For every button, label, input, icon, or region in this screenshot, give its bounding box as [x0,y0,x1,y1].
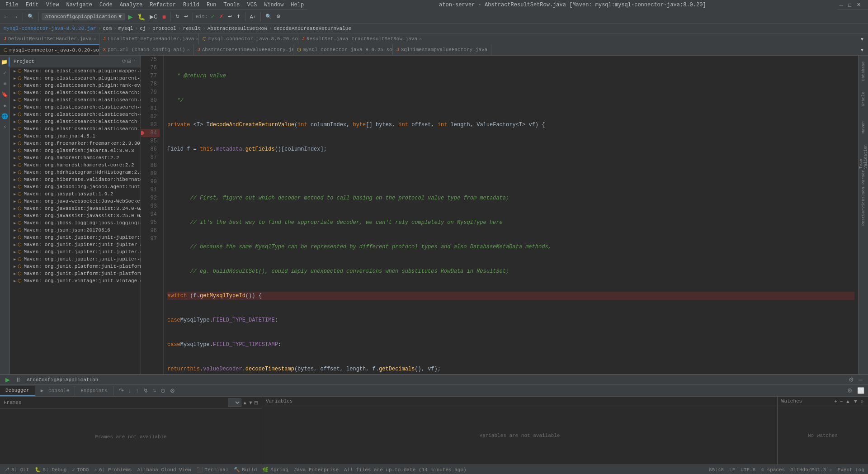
debug-panel-maximize-button[interactable]: ⬜ [855,386,866,395]
debug-pause-button[interactable]: ⏸ [14,375,23,384]
debug-button[interactable]: 🐛 [136,12,147,21]
menu-refactor[interactable]: Refactor [146,1,179,9]
tab-ResultSet[interactable]: J ResultSet.java [298,33,352,44]
right-icon-database[interactable]: Database [859,57,868,85]
status-terminal[interactable]: ⬛ Terminal [197,467,229,473]
sidebar-item-14[interactable]: ▶ ⬡ Maven: org.hdrhistogram:HdrHistogram… [10,169,141,176]
minimize-button[interactable]: ─ [838,1,845,9]
bc-result[interactable]: result [183,26,201,31]
status-spring[interactable]: 🌿 Spring [262,467,288,473]
bc-protocol[interactable]: protocol [152,26,176,31]
web-icon[interactable]: 🌐 [0,112,9,121]
plugins-icon[interactable]: ⚡ [0,123,9,132]
bc-class[interactable]: AbstractResultSetRow [208,26,267,31]
favorites-icon[interactable]: ★ [0,101,9,110]
git-undo-button[interactable]: ↩ [226,13,234,20]
update-button[interactable]: ↻ [174,13,181,20]
sidebar-item-22[interactable]: ▶ ⬡ Maven: org.json:json:20170516 [10,227,141,234]
status-git-branch[interactable]: GitHdb/F41.3 ☆ [790,467,832,473]
status-lf[interactable]: LF [729,467,735,473]
menu-edit[interactable]: Edit [22,1,42,9]
structure-icon[interactable]: ≡ [0,79,9,88]
status-debug[interactable]: 🐛 5: Debug [35,467,67,473]
debug-resume-button[interactable]: ▶ [4,375,12,384]
sidebar-item-7[interactable]: ▶ ⬡ Maven: org.elasticsearch:elasticsear… [10,118,141,125]
debug-settings-button[interactable]: ⚙ [847,375,856,384]
frames-down-button[interactable]: ▼ [248,400,253,405]
tab-console[interactable]: ▶ Console [35,386,75,395]
forward-button[interactable]: → [11,13,20,20]
menu-help[interactable]: Help [287,1,307,9]
status-alibaba[interactable]: Alibaba Cloud View [137,467,191,473]
sidebar-item-17[interactable]: ▶ ⬡ Maven: org.jasypt:jasypt:1.9.2 [10,190,141,198]
debug-evaluate-button[interactable]: ≈ [151,386,158,395]
sidebar-item-5[interactable]: ▶ ⬡ Maven: org.elasticsearch:elasticsear… [10,104,141,111]
frames-filter-button[interactable]: ⊟ [254,400,258,406]
search-button[interactable]: 🔍 [264,13,274,20]
settings-button[interactable]: ⚙ [274,13,283,20]
rollback-button[interactable]: ↩ [182,13,190,20]
watches-overflow-button[interactable]: » [860,398,864,404]
menu-navigate[interactable]: Navigate [62,1,96,9]
status-todo[interactable]: ✓ TODO [72,467,89,473]
dots-button[interactable]: ⋯ [132,58,137,64]
sidebar-item-12[interactable]: ▶ ⬡ Maven: org.hamcrest:hamcrest:2.2 [10,154,141,161]
sidebar-item-28[interactable]: ▶ ⬡ Maven: org.junit.platform:junit-plat… [10,270,141,277]
sidebar-item-4[interactable]: ▶ ⬡ Maven: org.elasticsearch:elasticsear… [10,96,141,104]
debug-minimize-button[interactable]: ─ [857,375,864,384]
menu-build[interactable]: Build [179,1,203,9]
menu-code[interactable]: Code [96,1,116,9]
sync-button[interactable]: ⟳ [122,58,126,64]
git-cross-button[interactable]: ✗ [217,13,225,20]
status-event-log[interactable]: Event Log [838,467,864,473]
sidebar-item-24[interactable]: ▶ ⬡ Maven: org.junit.jupiter:junit-jupit… [10,241,141,248]
sidebar-item-8[interactable]: ▶ ⬡ Maven: org.elasticsearch:elasticsear… [10,125,141,133]
sidebar-item-27[interactable]: ▶ ⬡ Maven: org.junit.platform:junit-plat… [10,263,141,270]
frames-up-button[interactable]: ▲ [242,400,247,405]
tab-overflow-button[interactable]: ▼ [858,36,866,43]
frames-dropdown[interactable] [228,398,241,407]
right-icon-gradle[interactable]: Gradle [859,85,868,113]
sidebar-item-26[interactable]: ▶ ⬡ Maven: org.junit.jupiter:junit-jupit… [10,256,141,263]
right-icon-maven[interactable]: Maven [859,114,868,141]
tab-pom[interactable]: X pom.xml (chain-config-api) ✕ [99,44,194,55]
sidebar-item-19[interactable]: ▶ ⬡ Maven: org.javassist:javassist:3.24.… [10,205,141,212]
sidebar-item-0[interactable]: ▶ ⬡ Maven: org.elasticsearch.plugin:mapp… [10,67,141,75]
status-indent[interactable]: 4 spaces [761,467,785,473]
debug-step-out-button[interactable]: ↑ [134,386,141,395]
watches-remove-button[interactable]: − [839,398,844,404]
tab-AbstractDateTimeValueFactory[interactable]: J AbstractDateTimeValueFactory.java ✕ [194,44,293,55]
debug-breakpoints-button[interactable]: ⊙ [159,386,167,395]
run-button[interactable]: ▶ [126,12,135,21]
collapse-all-button[interactable]: ⊟ [127,58,131,64]
menu-analyze[interactable]: Analyze [116,1,146,9]
right-icon-rest-services[interactable]: RestServices [859,198,868,225]
sidebar-item-11[interactable]: ▶ ⬡ Maven: org.glassfish:jakarta.el:3.0.… [10,147,141,154]
debug-mute-breakpoints-button[interactable]: ⊗ [168,386,177,395]
menu-file[interactable]: File [2,1,22,9]
tab-close-button-2[interactable]: ✕ [196,36,198,42]
sidebar-item-3[interactable]: ▶ ⬡ Maven: org.elasticsearch:elasticsear… [10,89,141,96]
bc-jar[interactable]: mysql-connector-java-8.0.20.jar [4,26,96,31]
watches-down-button[interactable]: ▼ [852,398,859,404]
maximize-button[interactable]: □ [846,1,853,9]
sidebar-item-15[interactable]: ▶ ⬡ Maven: org.hibernate.validator:hiber… [10,176,141,183]
tab-close-button-6[interactable]: ✕ [187,47,190,52]
status-problems[interactable]: ⚠ 6: Problems [94,467,132,473]
tab-overflow-button-2[interactable]: ▼ [858,47,866,53]
sidebar-item-21[interactable]: ▶ ⬡ Maven: org.jboss.logging:jboss-loggi… [10,219,141,227]
sidebar-item-23[interactable]: ▶ ⬡ Maven: org.junit.jupiter:junit-jupit… [10,234,141,241]
sidebar-item-25[interactable]: ▶ ⬡ Maven: org.junit.jupiter:junit-jupit… [10,248,141,256]
sidebar-item-1[interactable]: ▶ ⬡ Maven: org.elasticsearch.plugin:pare… [10,75,141,82]
back-button[interactable]: ← [2,13,10,20]
status-position[interactable]: 85:48 [709,467,724,473]
sidebar-item-9[interactable]: ▶ ⬡ Maven: org.jna:jna:4.5.1 [10,133,141,140]
bc-cj[interactable]: cj [140,26,146,31]
bc-method[interactable]: decodeAndCreateReturnValue [274,26,351,31]
sidebar-item-10[interactable]: ▶ ⬡ Maven: org.freemarker:freemarker:2.3… [10,140,141,147]
bc-mysql[interactable]: mysql [118,26,133,31]
menu-vcs[interactable]: VCS [244,1,261,9]
tab-mysql-sources-AbstractResultSetRow[interactable]: ⬡ mysql-connector-java-8.0.20-sources.ja… [199,33,298,44]
run-with-coverage-button[interactable]: ▶C [148,13,160,21]
tab-close-button[interactable]: ✕ [94,36,96,42]
